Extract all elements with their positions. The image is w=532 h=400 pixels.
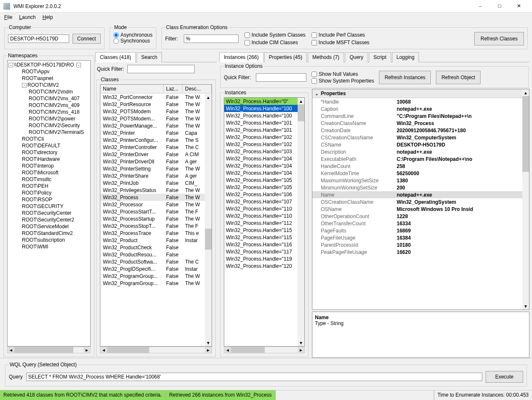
property-row[interactable]: CreationDate20200912005846.795671+180 [312, 127, 529, 134]
class-row[interactable]: Win32_PowerManage...FalseThe W [100, 122, 212, 129]
col-lazy[interactable]: Laz... [164, 85, 183, 93]
property-row[interactable]: CommandLine"C:\Program Files\Notepad++\n [312, 112, 529, 120]
properties-list[interactable]: ⌄ Properties *Handle10068Captionnotepad+… [312, 89, 529, 310]
property-row[interactable]: PageFileUsage16384 [312, 234, 529, 241]
ns-node[interactable]: ROOT\Interop [8, 163, 89, 169]
namespaces-tree[interactable]: -\\DESKTOP-H5O179D\RO - ROOT\AppvROOT\as… [7, 60, 91, 347]
ns-hscroll[interactable]: ◄ ► [7, 347, 91, 353]
ns-node[interactable]: ROOT\CIMV2\Security [8, 122, 89, 129]
property-row[interactable]: OSCreationClassNameWin32_OperatingSystem [312, 198, 529, 205]
property-row[interactable]: MaximumWorkingSetSize1380 [312, 177, 529, 184]
class-row[interactable]: Win32_ProgramGroup...FalseThe W [100, 272, 212, 280]
classes-list[interactable]: Name Laz... Desc... Win32_PortConnectorF… [100, 84, 212, 347]
ns-node[interactable]: ROOT\PEH [8, 183, 89, 189]
class-row[interactable]: Win32_PrinterConfigur...FalseThe S [100, 136, 212, 144]
chk-perf[interactable]: Include Perf Classes [312, 32, 370, 38]
filter-input[interactable] [184, 35, 239, 43]
property-row[interactable]: PageFaults16869 [312, 227, 529, 234]
chk-show-system[interactable]: Show System Properties [312, 78, 374, 84]
refresh-object-button[interactable]: Refresh Object [436, 71, 481, 84]
ns-node[interactable]: ROOT\subscription [8, 237, 89, 243]
class-row[interactable]: Win32_ProcessorFalseThe W [100, 201, 212, 208]
class-row[interactable]: Win32_PrinterControllerFalseThe C [100, 144, 212, 151]
ns-node[interactable]: ROOT\CIMV2\ms_407 [8, 95, 89, 102]
props-vscroll[interactable]: ▲ ▼ [522, 89, 529, 309]
instance-row[interactable]: Win32_Process.Handle="100 [224, 105, 304, 112]
inst-vscroll[interactable]: ▲ ▼ [298, 98, 304, 346]
classes-qf-input[interactable] [127, 65, 195, 73]
ns-node[interactable]: ROOT\CIMV2\mdm [8, 88, 89, 95]
execute-button[interactable]: Execute [486, 371, 523, 383]
tab-logging[interactable]: Logging [392, 52, 419, 62]
property-row[interactable]: PeakPageFileUsage16620 [312, 248, 529, 256]
class-row[interactable]: Win32_ProcessStartT...FalseThe F [100, 208, 212, 215]
menu-help[interactable]: Help [43, 14, 53, 20]
instance-row[interactable]: Win32_Process.Handle="100 [224, 112, 304, 119]
instance-row[interactable]: Win32_Process.Handle="102 [224, 141, 304, 148]
instance-row[interactable]: Win32_Process.Handle="102 [224, 133, 304, 141]
instance-row[interactable]: Win32_Process.Handle="104 [224, 162, 304, 169]
query-input[interactable] [26, 373, 482, 381]
ns-node[interactable]: ROOT\WMI [8, 243, 89, 250]
ns-node[interactable]: ROOT\RSOP [8, 196, 89, 203]
instance-row[interactable]: Win32_Process.Handle="116 [224, 241, 304, 248]
instances-list[interactable]: Win32_Process.Handle="0"Win32_Process.Ha… [224, 97, 305, 347]
inst-qf-input[interactable] [256, 73, 306, 82]
scroll-right-icon[interactable]: ► [83, 347, 90, 353]
connect-button[interactable]: Connect [73, 34, 101, 44]
property-row[interactable]: Descriptionnotepad++.exe [312, 148, 529, 155]
chevron-down-icon[interactable]: ⌄ [315, 91, 318, 96]
class-row[interactable]: Win32_ProductSoftwa...FalseThe C [100, 258, 212, 265]
tab-methods[interactable]: Methods (7) [308, 52, 344, 62]
instance-row[interactable]: Win32_Process.Handle="115 [224, 234, 304, 241]
collapse-icon[interactable]: - [76, 63, 81, 67]
mode-sync-radio[interactable]: Synchronous [113, 38, 153, 44]
menu-file[interactable]: File [4, 14, 12, 20]
ns-node[interactable]: ROOT\SecurityCenter [8, 210, 89, 216]
mode-async-radio[interactable]: Asynchronous [113, 32, 153, 38]
class-row[interactable]: Win32_PortConnectorFalseThe W [100, 93, 212, 101]
class-row[interactable]: Win32_ProductFalseInstar [100, 237, 212, 244]
property-row[interactable]: CSNameDESKTOP-H5O179D [312, 141, 529, 148]
ns-node[interactable]: -ROOT\CIMV2 [8, 82, 89, 88]
refresh-classes-button[interactable]: Refresh Classes [474, 32, 524, 45]
scroll-left-icon[interactable]: ◄ [8, 347, 14, 353]
property-row[interactable]: OSNameMicrosoft Windows 10 Pro Insid [312, 205, 529, 213]
instance-row[interactable]: Win32_Process.Handle="101 [224, 119, 304, 126]
tab-search[interactable]: Search [137, 52, 162, 62]
classes-header[interactable]: Name Laz... Desc... [100, 85, 212, 93]
class-row[interactable]: Win32_PrinterDriverDllFalseA ger [100, 158, 212, 165]
class-row[interactable]: Win32_PrivilegesStatusFalseThe W [100, 187, 212, 194]
ns-node[interactable]: ROOT\directory [8, 149, 89, 156]
chk-cim[interactable]: Include CIM Classes [245, 40, 306, 45]
instance-row[interactable]: Win32_Process.Handle="106 [224, 191, 304, 198]
property-row[interactable]: HandleCount258 [312, 163, 529, 170]
minimize-button[interactable]: – [470, 0, 490, 13]
class-row[interactable]: Win32_ProcessFalseThe W [100, 194, 212, 201]
class-row[interactable]: Win32_ProcessTraceFalseThis e [100, 229, 212, 237]
class-row[interactable]: Win32_POTSModemFalseThe W [100, 108, 212, 115]
class-row[interactable]: Win32_ProcessStartupFalseThe W [100, 215, 212, 222]
properties-header[interactable]: ⌄ Properties [312, 89, 529, 98]
class-row[interactable]: Win32_PrinterDriverFalseA CIM [100, 151, 212, 158]
property-row[interactable]: *Handle10068 [312, 98, 529, 105]
computer-input[interactable] [8, 35, 69, 43]
tab-properties[interactable]: Properties (45) [264, 52, 307, 62]
class-row[interactable]: Win32_ProductCheckFalse [100, 244, 212, 251]
class-row[interactable]: Win32_PrintJobFalseCIM_ [100, 179, 212, 187]
class-row[interactable]: Win32_PrinterFalseCapa [100, 129, 212, 136]
tab-instances[interactable]: Instances (266) [219, 52, 263, 62]
chk-msft[interactable]: Include MSFT Classes [312, 40, 370, 45]
col-desc[interactable]: Desc... [183, 85, 212, 93]
close-button[interactable]: ✕ [509, 0, 529, 13]
property-row[interactable]: Captionnotepad++.exe [312, 105, 529, 112]
inst-hscroll[interactable]: ◄ ► [224, 347, 305, 353]
ns-node[interactable]: ROOT\CIMV2\TerminalS [8, 129, 89, 136]
tab-classes[interactable]: Classes (418) [95, 52, 136, 62]
ns-node[interactable]: ROOT\DEFAULT [8, 142, 89, 149]
instance-row[interactable]: Win32_Process.Handle="110 [224, 205, 304, 212]
ns-node[interactable]: ROOT\CIMV2\ms_409 [8, 102, 89, 109]
instance-row[interactable]: Win32_Process.Handle="107 [224, 198, 304, 205]
ns-node[interactable]: ROOT\SECURITY [8, 203, 89, 210]
ns-node[interactable]: ROOT\msdtc [8, 176, 89, 183]
